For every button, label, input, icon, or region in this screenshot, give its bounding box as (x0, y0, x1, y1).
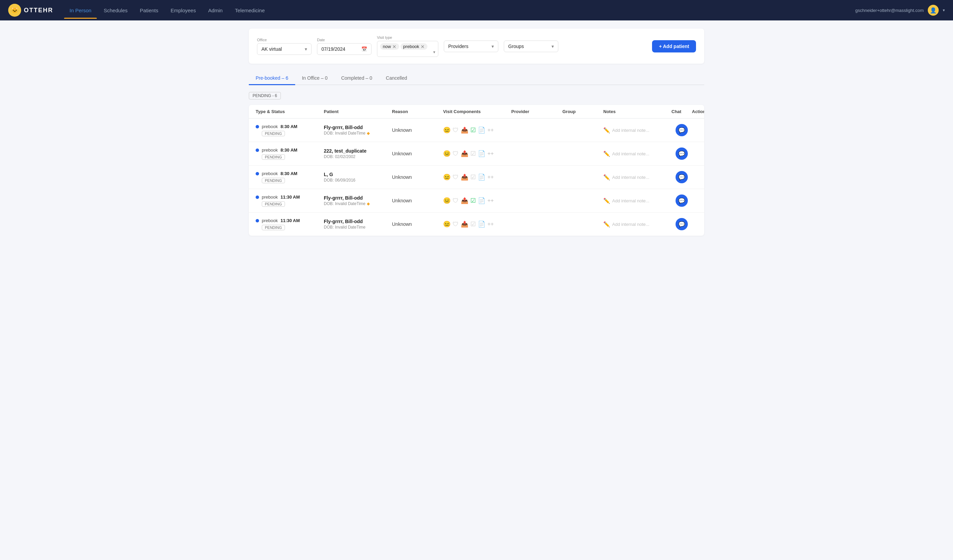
vc-doc-icon-0[interactable]: 📄 (478, 126, 485, 134)
date-value: 07/19/2024 (321, 46, 345, 52)
col-reason: Reason (392, 109, 443, 114)
nav-right: gschneider+ottehr@masslight.com 👤 ▾ (855, 5, 945, 15)
col-action: Action (692, 109, 704, 114)
col-provider: Provider (511, 109, 562, 114)
notes-cell-3[interactable]: ✏️ Add internal note... (603, 198, 672, 204)
patient-name-2: L, G (324, 172, 392, 177)
vc-upload-icon-4[interactable]: 📤 (461, 220, 468, 228)
vc-upload-icon-3[interactable]: 📤 (461, 197, 468, 204)
status-dot-3 (256, 195, 259, 199)
vc-doc-icon-3[interactable]: 📄 (478, 197, 485, 204)
type-status-cell-4: prebook 11:30 AM PENDING (256, 218, 324, 230)
pending-status-0: PENDING (262, 131, 285, 136)
vc-more-0[interactable]: ++ (487, 127, 494, 133)
vc-doc-icon-1[interactable]: 📄 (478, 150, 485, 157)
notes-placeholder-1: Add internal note... (612, 151, 649, 156)
vc-check-icon-3[interactable]: ☑ (470, 197, 476, 204)
patient-cell-4: Fly-grrrr, Bill-odd DOB: Invalid DateTim… (324, 219, 392, 230)
status-dot-2 (256, 172, 259, 175)
add-patient-button[interactable]: + Add patient (652, 40, 696, 53)
providers-chevron-icon: ▾ (492, 43, 494, 49)
providers-filter-group: Providers ▾ (444, 40, 498, 52)
nav-item-admin[interactable]: Admin (203, 5, 228, 16)
vc-doc-icon-2[interactable]: 📄 (478, 173, 485, 181)
vc-face-icon-3[interactable]: 😐 (443, 197, 451, 204)
nav-item-employees[interactable]: Employees (165, 5, 201, 16)
visit-components-cell-1: 😐 🛡 📤 ☑ 📄 ++ (443, 150, 511, 157)
tab-cancelled[interactable]: Cancelled (379, 72, 414, 85)
reason-cell-2: Unknown (392, 175, 443, 180)
chat-button-4[interactable]: 💬 (675, 218, 688, 230)
vc-check-icon-4[interactable]: ☑ (470, 220, 476, 228)
chat-button-0[interactable]: 💬 (675, 124, 688, 136)
vc-shield-icon-2[interactable]: 🛡 (453, 174, 459, 181)
patient-dob-1: DOB: 02/02/2002 (324, 154, 392, 159)
nav-item-patients[interactable]: Patients (134, 5, 164, 16)
visit-type-select[interactable]: now ✕ prebook ✕ ▾ (377, 41, 438, 57)
notes-cell-2[interactable]: ✏️ Add internal note... (603, 174, 672, 181)
time-label-2: 8:30 AM (281, 171, 297, 176)
providers-select[interactable]: Providers ▾ (444, 40, 498, 52)
patient-dob-2: DOB: 06/09/2016 (324, 178, 392, 183)
col-visit-components: Visit Components (443, 109, 511, 114)
vc-more-4[interactable]: ++ (487, 221, 494, 227)
groups-select[interactable]: Groups ▾ (504, 40, 558, 52)
vc-more-3[interactable]: ++ (487, 198, 494, 204)
date-picker[interactable]: 07/19/2024 📅 (317, 43, 371, 55)
vc-shield-icon-4[interactable]: 🛡 (453, 221, 459, 228)
vc-more-2[interactable]: ++ (487, 174, 494, 180)
vc-shield-icon-1[interactable]: 🛡 (453, 150, 459, 157)
user-menu-chevron[interactable]: ▾ (943, 8, 945, 12)
notes-edit-icon-1: ✏️ (603, 150, 610, 157)
chat-button-1[interactable]: 💬 (675, 147, 688, 160)
vc-face-icon-0[interactable]: 😐 (443, 126, 451, 134)
visit-type-tags: now ✕ prebook ✕ (380, 43, 435, 50)
date-filter-group: Date 07/19/2024 📅 (317, 38, 371, 55)
notes-edit-icon-0: ✏️ (603, 127, 610, 133)
chat-button-2[interactable]: 💬 (675, 171, 688, 183)
logo-text: OTTEHR (24, 7, 53, 14)
tab-prebooked[interactable]: Pre-booked – 6 (249, 72, 295, 85)
vc-check-icon-2[interactable]: ☑ (470, 173, 476, 181)
nav-item-telemedicine[interactable]: Telemedicine (230, 5, 270, 16)
vc-upload-icon-1[interactable]: 📤 (461, 150, 468, 157)
vc-more-1[interactable]: ++ (487, 150, 494, 157)
chat-button-3[interactable]: 💬 (675, 195, 688, 207)
vc-shield-icon-3[interactable]: 🛡 (453, 197, 459, 204)
type-status-cell-0: prebook 8:30 AM PENDING (256, 124, 324, 136)
vc-check-icon-0[interactable]: ☑ (470, 126, 476, 134)
notes-edit-icon-2: ✏️ (603, 174, 610, 181)
visit-components-cell-4: 😐 🛡 📤 ☑ 📄 ++ (443, 220, 511, 228)
type-label-3: prebook (262, 195, 278, 200)
nav-item-schedules[interactable]: Schedules (98, 5, 133, 16)
tag-now-close[interactable]: ✕ (392, 44, 396, 49)
nav-item-in-person[interactable]: In Person (64, 5, 97, 16)
table-row: prebook 8:30 AM PENDING L, G DOB: 06/09/… (249, 166, 704, 189)
vc-face-icon-4[interactable]: 😐 (443, 220, 451, 228)
reason-cell-1: Unknown (392, 151, 443, 156)
vc-face-icon-2[interactable]: 😐 (443, 173, 451, 181)
chat-cell-0: 💬 (672, 124, 692, 136)
vc-upload-icon-0[interactable]: 📤 (461, 126, 468, 134)
notes-cell-1[interactable]: ✏️ Add internal note... (603, 150, 672, 157)
type-status-cell-1: prebook 8:30 AM PENDING (256, 147, 324, 160)
vc-check-icon-1[interactable]: ☑ (470, 150, 476, 157)
tab-completed[interactable]: Completed – 0 (334, 72, 379, 85)
office-select[interactable]: AK virtual ▾ (257, 43, 312, 55)
visit-type-label: Visit type (377, 36, 438, 40)
vc-doc-icon-4[interactable]: 📄 (478, 220, 485, 228)
logo[interactable]: 🐱 OTTEHR (8, 4, 53, 17)
notes-cell-0[interactable]: ✏️ Add internal note... (603, 127, 672, 133)
tag-prebook-close[interactable]: ✕ (421, 44, 425, 49)
office-value: AK virtual (261, 46, 282, 52)
vc-upload-icon-2[interactable]: 📤 (461, 173, 468, 181)
user-avatar[interactable]: 👤 (928, 5, 939, 15)
table-body: prebook 8:30 AM PENDING Fly-grrrr, Bill-… (249, 119, 704, 236)
tabs: Pre-booked – 6 In Office – 0 Completed –… (249, 72, 704, 85)
vc-face-icon-1[interactable]: 😐 (443, 150, 451, 157)
vc-shield-icon-0[interactable]: 🛡 (453, 127, 459, 134)
table-container: Type & Status Patient Reason Visit Compo… (249, 105, 704, 236)
patient-name-3: Fly-grrrr, Bill-odd (324, 195, 392, 201)
tab-in-office[interactable]: In Office – 0 (295, 72, 334, 85)
notes-cell-4[interactable]: ✏️ Add internal note... (603, 221, 672, 227)
